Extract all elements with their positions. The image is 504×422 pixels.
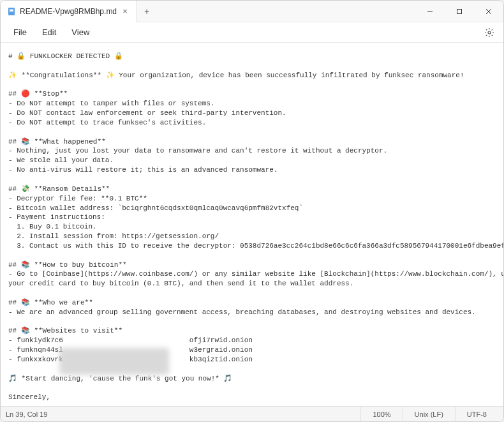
tab-title: README-Vpwg8RMBhp.md: [20, 7, 117, 16]
text-line: - Do NOT contact law enforcement or seek…: [8, 109, 286, 117]
menu-file[interactable]: File: [6, 25, 34, 40]
titlebar: README-Vpwg8RMBhp.md × +: [1, 1, 503, 22]
status-zoom[interactable]: 100%: [360, 407, 402, 421]
new-tab-button[interactable]: +: [138, 3, 156, 20]
text-line: Sincerely,: [8, 393, 55, 401]
text-line: - Do NOT attempt to trace funksec's acti…: [8, 119, 206, 126]
text-line: - Payment instructions:: [8, 213, 105, 221]
text-line: # 🔒 FUNKLOCKER DETECTED 🔒: [8, 52, 123, 60]
text-line: - Nothing, just you lost your data to ra…: [8, 147, 387, 154]
minimize-button[interactable]: [415, 1, 445, 22]
text-line: ## 📚 **Who we are**: [8, 299, 93, 306]
svg-rect-1: [10, 9, 13, 10]
text-line: 1. Buy 0.1 bitcoin.: [8, 223, 97, 230]
window-controls: [415, 1, 503, 22]
text-line: ## 🔴 **Stop**: [8, 90, 68, 98]
menu-view[interactable]: View: [64, 25, 97, 40]
text-line: ## 💸 **Ransom Details**: [8, 185, 110, 193]
text-line: - No anti-virus will restore it; this is…: [8, 166, 278, 174]
settings-button[interactable]: [480, 24, 498, 41]
svg-rect-5: [457, 9, 462, 13]
text-line: - Bitcoin wallet address: `bc1qrghnt6cqd…: [8, 204, 303, 212]
text-line: ✨ **Congratulations** ✨ Your organizatio…: [8, 72, 464, 79]
notepad-file-icon: [7, 7, 16, 16]
text-line: your credit card to buy bitcoin (0.1 BTC…: [8, 280, 353, 287]
text-line: ## 📚 **Websites to visit**: [8, 327, 122, 335]
close-button[interactable]: [474, 1, 503, 22]
menu-edit[interactable]: Edit: [34, 25, 64, 40]
statusbar: Ln 39, Col 19 100% Unix (LF) UTF-8: [1, 406, 503, 421]
text-line: - Go to [Coinbase](https://www.coinbase.…: [8, 270, 503, 278]
text-line: 🎵 *Start dancing, 'cause the funk's got …: [8, 375, 232, 382]
status-position: Ln 39, Col 19: [6, 411, 360, 418]
text-line: 2. Install session from: https://getsess…: [8, 232, 219, 240]
text-line: - We are an advanced group selling gover…: [8, 308, 476, 316]
window: README-Vpwg8RMBhp.md × + File Edit View …: [0, 0, 504, 422]
text-line: ## 📚 **What happened**: [8, 138, 106, 146]
svg-point-8: [488, 31, 491, 34]
text-line: ## 📚 **How to buy bitcoin**: [8, 261, 127, 269]
status-eol[interactable]: Unix (LF): [403, 407, 455, 421]
file-tab[interactable]: README-Vpwg8RMBhp.md ×: [1, 1, 137, 22]
text-line: - Decryptor file fee: **0.1 BTC**: [8, 195, 147, 202]
maximize-button[interactable]: [445, 1, 474, 22]
text-line: - funkiydk7c6 ofji7rwid.onion: [8, 336, 253, 344]
tab-close-button[interactable]: ×: [121, 7, 130, 16]
editor-content[interactable]: # 🔒 FUNKLOCKER DETECTED 🔒 ✨ **Congratula…: [1, 43, 503, 406]
redacted-blur: [59, 348, 169, 375]
svg-rect-2: [10, 10, 13, 11]
text-line: 3. Contact us with this ID to receive th…: [8, 242, 503, 250]
menubar: File Edit View: [1, 22, 503, 43]
text-line: - We stole all your data.: [8, 156, 114, 164]
text-line: - Do NOT attempt to tamper with files or…: [8, 100, 214, 107]
status-encoding[interactable]: UTF-8: [455, 407, 498, 421]
svg-rect-3: [10, 11, 13, 12]
